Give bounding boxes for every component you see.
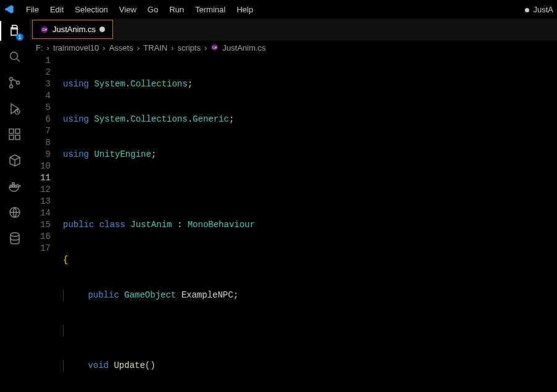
breadcrumb-part[interactable]: scripts xyxy=(177,43,201,52)
code-line[interactable] xyxy=(59,325,557,336)
main-menu: File Edit Selection View Go Run Terminal… xyxy=(21,2,258,17)
activity-extensions[interactable] xyxy=(6,126,23,143)
svg-rect-8 xyxy=(15,129,20,133)
breadcrumb-file[interactable]: JustAnim.cs xyxy=(222,43,266,52)
activity-docker-icon[interactable] xyxy=(6,178,23,195)
code-line[interactable]: { xyxy=(59,254,557,266)
line-number: 8 xyxy=(30,137,51,149)
code-line[interactable]: using System.Collections; xyxy=(59,78,557,90)
tab-filename: JustAnim.cs xyxy=(52,25,96,34)
menu-run[interactable]: Run xyxy=(164,2,189,17)
line-number: 13 xyxy=(30,196,51,207)
activity-cube-icon[interactable] xyxy=(6,152,23,169)
code-line[interactable]: using System.Collections.Generic; xyxy=(59,114,557,125)
code-editor[interactable]: 1 2 3 4 5 6 7 8 9 10 11 12 13 14 15 16 1… xyxy=(30,55,557,392)
svg-point-1 xyxy=(10,78,13,81)
title-bar: File Edit Selection View Go Run Terminal… xyxy=(0,0,557,19)
line-number: 16 xyxy=(30,231,51,243)
line-number: 15 xyxy=(30,219,51,231)
line-number: 3 xyxy=(30,78,51,90)
line-number: 9 xyxy=(30,149,51,161)
line-number: 1 xyxy=(30,55,51,67)
line-number: 2 xyxy=(30,67,51,78)
line-number: 4 xyxy=(30,90,51,102)
menu-selection[interactable]: Selection xyxy=(70,2,112,17)
line-number: 7 xyxy=(30,125,51,137)
tab-justanim[interactable]: C# JustAnim.cs xyxy=(32,20,113,39)
code-line[interactable]: public GameObject ExampleNPC; xyxy=(59,290,557,301)
window-title: JustA xyxy=(525,5,553,14)
activity-environment-icon[interactable] xyxy=(6,204,23,221)
svg-point-2 xyxy=(10,85,13,88)
menu-edit[interactable]: Edit xyxy=(45,2,69,17)
svg-rect-12 xyxy=(12,183,14,185)
line-number-gutter: 1 2 3 4 5 6 7 8 9 10 11 12 13 14 15 16 1… xyxy=(30,55,59,392)
code-content[interactable]: using System.Collections; using System.C… xyxy=(59,55,557,392)
menu-file[interactable]: File xyxy=(21,2,44,17)
chevron-right-icon: › xyxy=(137,43,140,52)
code-line[interactable]: void Update() xyxy=(59,360,557,372)
activity-source-control[interactable] xyxy=(6,74,23,91)
chevron-right-icon: › xyxy=(171,43,174,52)
chevron-right-icon: › xyxy=(204,43,207,52)
menu-terminal[interactable]: Terminal xyxy=(190,2,230,17)
dirty-indicator-icon xyxy=(525,8,529,12)
code-line[interactable]: public class JustAnim : MonoBehaviour xyxy=(59,219,557,231)
svg-rect-6 xyxy=(9,135,14,140)
code-line[interactable]: using UnityEngine; xyxy=(59,149,557,161)
menu-help[interactable]: Help xyxy=(232,2,258,17)
explorer-badge: 1 xyxy=(16,33,23,41)
line-number: 5 xyxy=(30,102,51,114)
code-line[interactable] xyxy=(59,184,557,196)
svg-rect-7 xyxy=(15,135,20,140)
window-title-text: JustA xyxy=(533,5,553,14)
svg-point-14 xyxy=(10,233,19,236)
csharp-file-icon: C# xyxy=(40,25,49,34)
breadcrumb[interactable]: F:› trainmovel10› Assets› TRAIN› scripts… xyxy=(30,40,557,55)
activity-run-debug[interactable] xyxy=(6,100,23,117)
csharp-file-icon: C# xyxy=(211,43,219,53)
line-number: 12 xyxy=(30,184,51,196)
line-number: 17 xyxy=(30,243,51,254)
svg-text:C#: C# xyxy=(212,45,217,49)
line-number: 6 xyxy=(30,114,51,125)
line-number: 10 xyxy=(30,161,51,172)
editor-area: C# JustAnim.cs F:› trainmovel10› Assets›… xyxy=(30,19,557,392)
activity-explorer[interactable]: 1 xyxy=(6,22,23,40)
chevron-right-icon: › xyxy=(103,43,105,52)
svg-text:C#: C# xyxy=(42,28,47,31)
tab-dirty-icon xyxy=(99,27,105,32)
svg-rect-5 xyxy=(9,129,14,133)
activity-bar: 1 xyxy=(0,19,30,392)
activity-search[interactable] xyxy=(6,48,23,65)
activity-database-icon[interactable] xyxy=(6,230,23,247)
line-number: 14 xyxy=(30,207,51,219)
breadcrumb-part[interactable]: trainmovel10 xyxy=(53,43,99,52)
vscode-logo-icon xyxy=(4,4,15,15)
menu-go[interactable]: Go xyxy=(143,2,163,17)
line-number-current: 11 xyxy=(30,172,51,184)
chevron-right-icon: › xyxy=(47,43,49,52)
breadcrumb-part[interactable]: TRAIN xyxy=(143,43,167,52)
breadcrumb-part[interactable]: F: xyxy=(36,43,43,52)
breadcrumb-part[interactable]: Assets xyxy=(109,43,133,52)
svg-point-0 xyxy=(10,52,18,60)
menu-view[interactable]: View xyxy=(114,2,141,17)
editor-tabs: C# JustAnim.cs xyxy=(30,19,557,40)
